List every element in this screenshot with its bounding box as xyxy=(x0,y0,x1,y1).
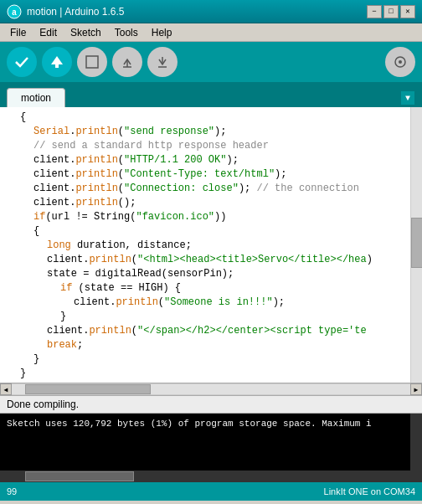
code-line: client.println("<html><head><title>Servo… xyxy=(7,253,415,267)
code-line: if (state == HIGH) { xyxy=(7,281,415,296)
title-buttons: − □ ✕ xyxy=(367,5,415,18)
code-line: client.println(); xyxy=(7,196,415,210)
svg-rect-3 xyxy=(55,64,59,68)
line-number: 99 xyxy=(7,486,17,496)
console-content: Sketch uses 120,792 bytes (1%) of progra… xyxy=(0,414,422,434)
menu-tools[interactable]: Tools xyxy=(108,25,145,40)
svg-marker-2 xyxy=(51,56,63,64)
code-line: client.println("HTTP/1.1 200 OK"); xyxy=(7,153,415,167)
svg-text:a: a xyxy=(12,8,17,18)
console-scrollbar[interactable] xyxy=(410,414,422,471)
menu-sketch[interactable]: Sketch xyxy=(64,25,108,40)
console-hscroll[interactable] xyxy=(0,471,422,482)
editor-vertical-scrollbar[interactable] xyxy=(410,107,422,383)
code-line: break; xyxy=(7,338,415,352)
app-icon: a xyxy=(7,4,22,19)
code-line: client.println("Content-Type: text/html"… xyxy=(7,167,415,182)
code-line: client.println("Someone is in!!!"); xyxy=(7,296,415,310)
serial-monitor-button[interactable] xyxy=(385,47,415,77)
console-hscroll-thumb[interactable] xyxy=(25,471,134,481)
svg-point-10 xyxy=(399,60,402,64)
scroll-left-arrow[interactable]: ◀ xyxy=(0,383,12,395)
verify-button[interactable] xyxy=(7,47,37,77)
code-line: client.println("Connection: close"); // … xyxy=(7,182,415,196)
title-text: motion | Arduino 1.6.5 xyxy=(27,6,125,18)
code-line: client.println("</span></h2></center><sc… xyxy=(7,324,415,338)
code-line: state = digitalRead(sensorPin); xyxy=(7,267,415,281)
code-line: } xyxy=(7,310,415,324)
menu-file[interactable]: File xyxy=(3,25,33,40)
menu-bar: File Edit Sketch Tools Help xyxy=(0,23,422,42)
close-button[interactable]: ✕ xyxy=(400,5,415,18)
code-line: if(url != String("favicon.ico")) xyxy=(7,210,415,224)
bottom-status-bar: 99 LinkIt ONE on COM34 xyxy=(0,482,422,501)
console-line: Sketch uses 120,792 bytes (1%) of progra… xyxy=(7,417,415,430)
open-button[interactable] xyxy=(112,47,142,77)
code-line: long duration, distance; xyxy=(7,239,415,253)
menu-help[interactable]: Help xyxy=(145,25,179,40)
code-line: if (c == '\n') xyxy=(7,381,415,383)
code-line: // send a standard http response header xyxy=(7,139,415,153)
toolbar xyxy=(0,42,422,84)
editor-scrollbar-thumb[interactable] xyxy=(411,218,422,268)
code-editor[interactable]: { Serial.println("send response"); // se… xyxy=(0,107,422,383)
code-line: { xyxy=(7,224,415,239)
editor-horizontal-scrollbar[interactable]: ◀ ▶ xyxy=(0,383,422,395)
status-bar: Done compiling. xyxy=(0,395,422,414)
tab-area: motion ▼ xyxy=(0,84,422,107)
status-text: Done compiling. xyxy=(7,399,79,410)
code-line: } xyxy=(7,352,415,367)
console-output: Sketch uses 120,792 bytes (1%) of progra… xyxy=(0,414,422,482)
code-line: Serial.println("send response"); xyxy=(7,125,415,139)
upload-button[interactable] xyxy=(42,47,72,77)
tab-scroll-button[interactable]: ▼ xyxy=(400,90,415,105)
minimize-button[interactable]: − xyxy=(367,5,382,18)
new-button[interactable] xyxy=(77,47,107,77)
title-left: a motion | Arduino 1.6.5 xyxy=(7,4,125,19)
editor-hscroll-thumb[interactable] xyxy=(25,384,151,394)
scroll-right-arrow[interactable]: ▶ xyxy=(410,383,422,395)
title-bar: a motion | Arduino 1.6.5 − □ ✕ xyxy=(0,0,422,23)
board-info: LinkIt ONE on COM34 xyxy=(324,486,415,496)
code-line: { xyxy=(7,111,415,125)
save-button[interactable] xyxy=(147,47,178,77)
code-line: } xyxy=(7,367,415,381)
menu-edit[interactable]: Edit xyxy=(33,25,64,40)
tab-motion[interactable]: motion xyxy=(7,88,65,107)
code-content: { Serial.println("send response"); // se… xyxy=(0,107,422,383)
svg-rect-4 xyxy=(86,56,98,68)
maximize-button[interactable]: □ xyxy=(383,5,399,18)
